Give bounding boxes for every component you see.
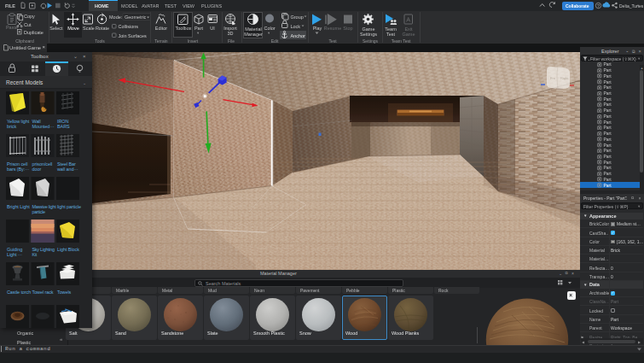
svg-text:Join Surfaces: Join Surfaces — [119, 33, 148, 38]
svg-text:Lock: Lock — [291, 24, 301, 29]
svg-text:Mode:: Mode: — [109, 15, 123, 20]
svg-text:?: ? — [597, 3, 600, 9]
svg-text:Anchor: Anchor — [291, 33, 306, 38]
svg-text:Collisions: Collisions — [119, 24, 139, 29]
svg-text:Geometric: Geometric — [125, 15, 147, 20]
svg-text:Fro: Fro — [550, 76, 556, 80]
svg-text:Right: Right — [560, 76, 569, 80]
svg-text:Group: Group — [291, 15, 304, 20]
